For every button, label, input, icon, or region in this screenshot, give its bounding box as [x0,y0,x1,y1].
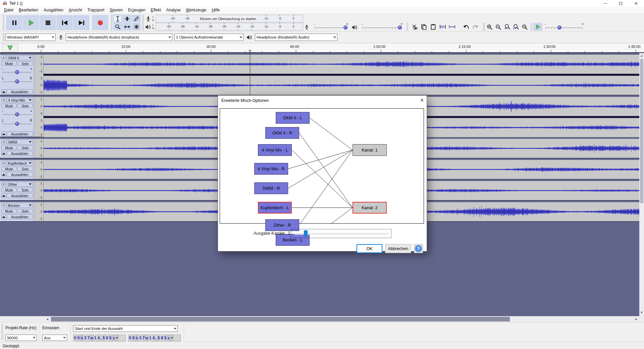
cancel-button[interactable]: Abbrechen [385,244,411,253]
field-dropdown-arrow[interactable] [115,335,119,341]
select-button[interactable]: Auswählen [7,89,33,94]
play-at-speed-button[interactable] [533,23,542,31]
record-button[interactable] [92,15,108,30]
pin-playhead-button[interactable] [2,44,18,52]
vertical-scrollbar[interactable]: ▲ ▼ [639,53,644,316]
mix-channel-node[interactable]: Kanal: 1 [353,144,387,156]
play-speed-slider[interactable]: -+ [545,23,584,31]
playback-meter[interactable]: -54-48-42-36-30-24-18-12-60 [156,23,303,31]
track-name-button[interactable]: Becken [7,203,33,208]
edit-toolbar-grabber[interactable] [407,23,408,31]
solo-button[interactable]: Solo [17,146,33,150]
timeshift-tool-button[interactable] [122,23,131,31]
track-control-panel[interactable]: ×OKM IIMuteSolo-+LRAuswählen [0,55,34,95]
redo-button[interactable] [471,23,480,31]
mixing-diagram-panel[interactable]: OKM II - LOKM II - R4 Vinyl Mix - L4 Vin… [220,108,424,224]
zoom-toggle-button[interactable] [520,23,529,31]
zoom-in-button[interactable] [485,23,494,31]
close-track-button[interactable]: × [1,98,6,102]
solo-button[interactable]: Solo [17,188,33,192]
play-button[interactable] [23,15,39,30]
dialog-close-button[interactable]: ✕ [417,96,427,105]
maximize-button[interactable] [613,0,628,7]
mute-button[interactable]: Mute [1,167,17,171]
menu-item-hilfe[interactable]: Hilfe [209,7,222,13]
menu-item-auswählen[interactable]: Auswählen [41,7,66,13]
mix-node-kupferblech-l[interactable]: Kupferblech - L [258,202,292,214]
collapse-button[interactable] [1,214,6,219]
mix-node-okm-ii-l[interactable]: OKM II - L [276,112,310,124]
track-control-panel[interactable]: ×KupferblechMuteSoloAuswählen [0,160,34,179]
gain-thumb[interactable] [15,112,19,116]
pause-button[interactable] [6,15,22,30]
recording-channels-select[interactable]: 2 (Stereo) Aufnahmekanäle [174,34,244,41]
track-name-button[interactable]: Zither [7,182,33,187]
mix-node-4-vinyl-mix-l[interactable]: 4 Vinyl Mix - L [258,144,292,156]
horizontal-scrollbar[interactable]: ◄ ► [0,316,644,322]
ok-button[interactable]: OK [357,244,382,253]
copy-button[interactable] [419,23,428,31]
playback-volume-thumb[interactable] [398,25,402,30]
mute-button[interactable]: Mute [1,104,17,108]
recording-meter[interactable]: -54-48-12-60Klicken um Überwachung zu st… [156,15,303,22]
zoom-fit-button[interactable] [512,23,520,31]
pan-thumb[interactable] [15,79,19,83]
select-button[interactable]: Auswählen [7,151,33,156]
track-control-panel[interactable]: ×ZitherMuteSoloAuswählen [0,181,34,200]
collapse-button[interactable] [1,89,6,94]
cut-button[interactable] [410,23,419,31]
skip-to-end-button[interactable] [73,15,90,30]
vertical-scroll-thumb[interactable] [640,59,643,203]
silence-audio-button[interactable] [447,23,457,31]
selection-end-field[interactable]: 00h37m14,585s [128,335,181,341]
mix-channel-node[interactable]: Kanal: 2 [353,202,387,214]
close-track-button[interactable]: × [1,182,6,186]
close-track-button[interactable]: × [1,139,6,144]
horizontal-scroll-thumb[interactable] [51,317,510,322]
pan-thumb[interactable] [15,122,19,126]
meter-toolbar-grabber[interactable] [142,15,144,31]
close-track-button[interactable]: × [1,161,6,165]
select-button[interactable]: Auswählen [7,131,33,136]
track-control-panel[interactable]: ×4 Vinyl MixMuteSolo-+LRAuswählen [0,97,34,137]
playback-volume-slider[interactable]: -+ [362,23,402,31]
zoom-tool-button[interactable] [113,23,122,31]
menu-item-bearbeiten[interactable]: Bearbeiten [16,7,41,13]
gain-thumb[interactable] [15,70,19,74]
field-dropdown-arrow[interactable] [170,335,174,341]
collapse-button[interactable] [1,193,6,198]
project-rate-select[interactable]: 96000 [5,335,37,341]
select-button[interactable]: Auswählen [7,214,33,219]
waveform-canvas[interactable] [44,55,639,74]
recording-device-select[interactable]: Headphone (Realtek(R) Audio) (loopback) [66,34,172,41]
menu-item-werkzeuge[interactable]: Werkzeuge [183,7,209,13]
mix-node-okm-ii-r[interactable]: OKM II - R [265,127,299,139]
waveform-canvas[interactable] [44,76,639,95]
menu-item-spuren[interactable]: Spuren [107,7,125,13]
gain-slider[interactable]: -+ [1,110,33,116]
track-name-button[interactable]: Kupferblech [7,161,33,166]
mute-button[interactable]: Mute [1,146,17,150]
zoom-out-button[interactable] [494,23,502,31]
select-button[interactable]: Auswählen [7,172,33,177]
solo-button[interactable]: Solo [17,167,33,171]
device-toolbar-grabber[interactable] [3,33,4,42]
playspeed-toolbar-grabber[interactable] [531,23,532,31]
pan-slider[interactable]: LR [1,77,33,83]
selection-tool-button[interactable] [113,15,122,22]
mute-button[interactable]: Mute [1,188,17,192]
undo-button[interactable] [462,23,471,31]
snap-select[interactable]: Aus [42,335,67,341]
tools-toolbar-grabber[interactable] [111,15,112,31]
menu-item-ansicht[interactable]: Ansicht [66,7,85,13]
zoom-selection-button[interactable] [503,23,511,31]
selection-start-field[interactable]: 00h37m14,585s [73,335,126,341]
transport-toolbar-grabber[interactable] [3,15,4,31]
multi-tool-button[interactable] [132,23,141,31]
track-name-button[interactable]: 4 Vinyl Mix [7,98,33,103]
mute-button[interactable]: Mute [1,61,17,66]
mix-node-sm58-r[interactable]: SM58 - R [254,182,288,194]
scroll-right-button[interactable]: ► [633,316,639,322]
collapse-button[interactable] [1,131,6,136]
recording-volume-slider[interactable]: -+ [314,23,348,31]
